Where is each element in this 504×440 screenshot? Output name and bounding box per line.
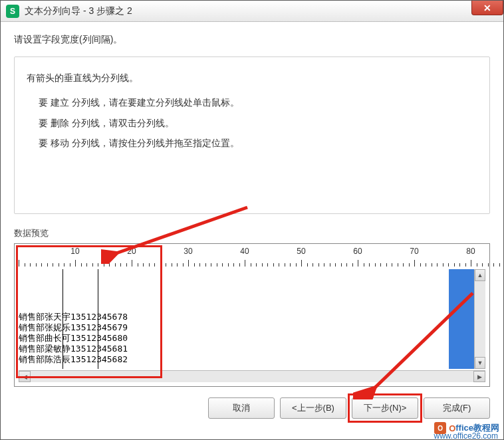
help-delete: 要 删除 分列线，请双击分列线。: [27, 113, 477, 134]
watermark-brand-o: O: [449, 423, 455, 433]
cancel-button[interactable]: 取消: [208, 397, 275, 419]
vertical-scrollbar[interactable]: ▲ ▼: [474, 269, 485, 369]
ruler-mark: 20: [127, 247, 136, 256]
data-row: 销售部陈浩辰13512345682: [19, 354, 449, 365]
ruler-mark: 10: [70, 247, 79, 256]
help-create: 要 建立 分列线，请在要建立分列线处单击鼠标。: [27, 92, 477, 113]
data-row: 销售部张天宇13512345678: [19, 312, 449, 322]
ruler-mark: 60: [353, 247, 362, 256]
scroll-down-icon[interactable]: ▼: [475, 357, 485, 369]
column-divider[interactable]: [63, 269, 63, 369]
ruler[interactable]: 1020304050607080: [19, 247, 485, 267]
prev-button[interactable]: <上一步(B): [280, 397, 346, 419]
horizontal-scrollbar[interactable]: ◀ ▶: [19, 370, 485, 382]
ruler-mark: 30: [184, 247, 192, 256]
ruler-mark: 50: [297, 247, 305, 256]
help-move: 要 移动 分列线，请按住分列线并拖至指定位置。: [27, 133, 477, 154]
title-bar: S 文本分列向导 - 3 步骤之 2 ✕: [1, 1, 503, 22]
selection-strip: [449, 269, 474, 369]
ruler-mark: 70: [410, 247, 418, 256]
ruler-mark: 40: [240, 247, 249, 256]
preview-label: 数据预览: [14, 227, 490, 239]
preview-panel: 1020304050607080 销售部张天宇13512345678销售部张妮乐…: [14, 243, 490, 387]
scroll-up-icon[interactable]: ▲: [475, 269, 485, 281]
column-divider[interactable]: [98, 269, 98, 369]
watermark-icon: O: [434, 422, 446, 434]
data-row: 销售部曲长可13512345680: [19, 333, 449, 344]
app-icon: S: [6, 5, 19, 18]
data-row: 销售部梁敏静13512345681: [19, 344, 449, 354]
watermark: O Office教程网: [434, 422, 499, 434]
scroll-right-icon[interactable]: ▶: [473, 371, 485, 382]
button-row: 取消 <上一步(B) 下一步(N)> 完成(F): [14, 397, 490, 419]
window-title: 文本分列向导 - 3 步骤之 2: [25, 5, 132, 17]
next-button[interactable]: 下一步(N)>: [352, 397, 418, 419]
data-row: 销售部张妮乐13512345679: [19, 322, 449, 333]
help-title: 有箭头的垂直线为分列线。: [27, 68, 477, 88]
finish-button[interactable]: 完成(F): [424, 397, 490, 419]
ruler-mark: 80: [466, 247, 475, 256]
data-preview-area[interactable]: 销售部张天宇13512345678销售部张妮乐13512345679销售部曲长可…: [19, 269, 485, 369]
scroll-left-icon[interactable]: ◀: [19, 371, 31, 382]
close-icon: ✕: [483, 3, 491, 13]
watermark-brand: ffice教程网: [455, 422, 499, 434]
close-button[interactable]: ✕: [471, 1, 503, 15]
help-panel: 有箭头的垂直线为分列线。 要 建立 分列线，请在要建立分列线处单击鼠标。 要 删…: [14, 56, 490, 214]
instruction-text: 请设置字段宽度(列间隔)。: [14, 34, 490, 46]
